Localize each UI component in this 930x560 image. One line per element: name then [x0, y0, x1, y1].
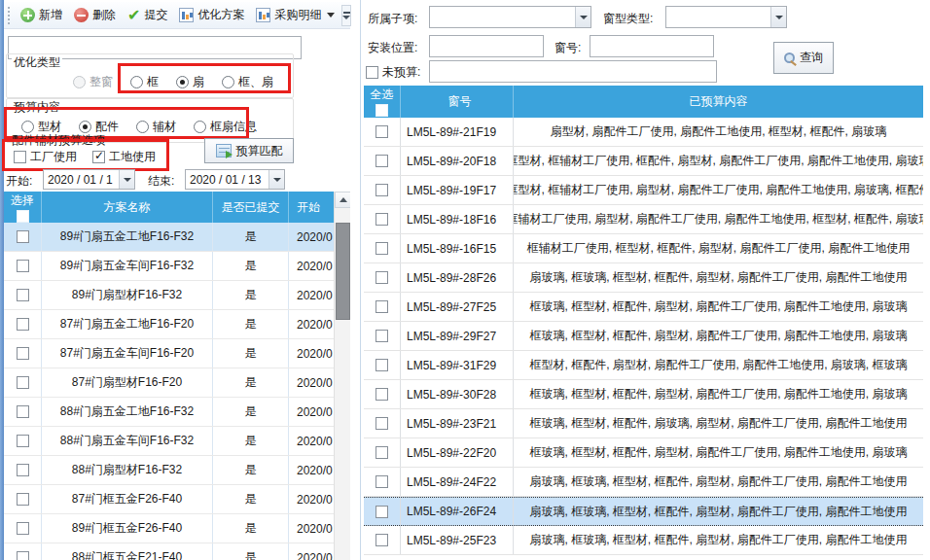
- table-row[interactable]: 87#门框五金F26-F40是2020/0: [4, 485, 334, 514]
- table-row[interactable]: LM5L-89#-24F22扇玻璃, 框玻璃, 框型材, 框配件, 扇型材, 扇…: [364, 468, 923, 497]
- radio-frame-sash[interactable]: 框、扇: [222, 74, 273, 90]
- row-checkbox[interactable]: [376, 534, 388, 546]
- plan-table-scrollbar[interactable]: [334, 192, 350, 560]
- table-row[interactable]: LM5L-89#-26F24扇玻璃, 框玻璃, 框型材, 框配件, 扇型材, 扇…: [364, 497, 923, 526]
- purchase-detail-button[interactable]: 采购明细: [251, 5, 340, 25]
- table-row[interactable]: LM5L-89#-19F17框型材, 框辅材工厂使用, 扇型材, 扇配件工厂使用…: [364, 176, 923, 205]
- radio-whole-window[interactable]: 整窗: [73, 74, 113, 90]
- budget-match-button[interactable]: 预算匹配: [204, 138, 294, 163]
- table-row[interactable]: LM5L-89#-22F20框玻璃, 框型材, 框配件, 扇型材, 扇配件工厂使…: [364, 438, 923, 468]
- row-checkbox[interactable]: [376, 330, 388, 342]
- row-checkbox[interactable]: [17, 464, 29, 476]
- row-checkbox[interactable]: [376, 506, 388, 518]
- plan-start-cell: 2020/0: [288, 456, 334, 484]
- plan-start-cell: 2020/0: [288, 398, 334, 426]
- row-checkbox[interactable]: [17, 376, 29, 389]
- row-checkbox[interactable]: [376, 300, 388, 313]
- row-checkbox[interactable]: [17, 405, 29, 418]
- table-row[interactable]: 89#门扇五金车间F16-F32是2020/0: [4, 252, 334, 281]
- chevron-down-icon[interactable]: [770, 7, 786, 27]
- no-budget-checkbox[interactable]: 未预算:: [366, 64, 420, 81]
- table-row[interactable]: LM5L-89#-27F25框玻璃, 框型材, 框配件, 扇型材, 扇配件工厂使…: [364, 293, 923, 322]
- row-checkbox[interactable]: [376, 125, 388, 138]
- row-checkbox[interactable]: [17, 551, 29, 560]
- row-checkbox[interactable]: [376, 388, 388, 401]
- window-type-select[interactable]: [665, 6, 787, 28]
- checkbox-factory-use[interactable]: 工厂使用: [14, 149, 77, 165]
- row-checkbox[interactable]: [17, 260, 29, 272]
- table-row[interactable]: LM5L-89#-29F27框玻璃, 框型材, 框配件, 扇型材, 扇配件工厂使…: [364, 322, 923, 351]
- start-date-picker[interactable]: 2020 / 01 / 1: [43, 169, 135, 190]
- select-all-checkbox[interactable]: [17, 210, 29, 223]
- toolbar-overflow-button[interactable]: [341, 5, 351, 26]
- table-row[interactable]: LM5L-89#-20F18框型材, 框辅材工厂使用, 框配件, 扇型材, 扇配…: [364, 147, 923, 176]
- radio-sash[interactable]: 扇: [176, 74, 204, 90]
- row-checkbox[interactable]: [376, 155, 388, 167]
- query-button[interactable]: 查询: [773, 42, 834, 74]
- row-checkbox[interactable]: [376, 271, 388, 284]
- plan-header-submitted[interactable]: 是否已提交: [212, 192, 288, 223]
- row-checkbox[interactable]: [376, 417, 388, 430]
- radio-frame-sash-info[interactable]: 框扇信息: [194, 119, 257, 135]
- no-budget-input[interactable]: [429, 60, 717, 83]
- chevron-down-icon[interactable]: [268, 170, 284, 189]
- plan-header-name[interactable]: 方案名称: [41, 192, 212, 223]
- table-row[interactable]: LM5L-89#-18F16框辅材工厂使用, 扇型材, 扇配件工厂使用, 扇配件…: [364, 205, 923, 234]
- plan-header-start[interactable]: 开始: [288, 192, 334, 223]
- budget-header-window-no[interactable]: 窗号: [400, 86, 513, 118]
- budget-row-select-cell: [364, 322, 400, 350]
- table-row[interactable]: LM5L-89#-16F15框辅材工厂使用, 框型材, 框配件, 扇型材, 扇配…: [364, 234, 923, 263]
- table-row[interactable]: 87#门扇五金工地F16-F20是2020/0: [4, 310, 334, 339]
- row-checkbox[interactable]: [17, 347, 29, 360]
- delete-button[interactable]: 删除: [69, 5, 121, 25]
- budget-header-content[interactable]: 已预算内容: [513, 86, 923, 118]
- table-row[interactable]: LM5L-89#-25F23扇玻璃, 框玻璃, 框型材, 框配件, 扇型材, 扇…: [364, 526, 923, 555]
- optimize-plan-label: 优化方案: [197, 7, 244, 23]
- budget-row-select-cell: [364, 351, 400, 379]
- end-date-picker[interactable]: 2020 / 01 / 13: [185, 169, 285, 190]
- row-checkbox[interactable]: [17, 318, 29, 331]
- table-row[interactable]: LM5L-89#-28F26扇玻璃, 框玻璃, 框型材, 框配件, 扇型材, 扇…: [364, 263, 923, 293]
- scroll-up-button[interactable]: [335, 192, 350, 208]
- table-row[interactable]: 88#门扇五金工地F16-F32是2020/0: [4, 398, 334, 427]
- radio-aux-material[interactable]: 辅材: [136, 119, 176, 135]
- table-row[interactable]: 89#门扇型材F16-F32是2020/0: [4, 281, 334, 310]
- table-row[interactable]: 88#门扇五金车间F16-F32是2020/0: [4, 427, 334, 456]
- row-checkbox[interactable]: [376, 242, 388, 255]
- row-checkbox[interactable]: [17, 522, 29, 535]
- chevron-down-icon[interactable]: [119, 170, 134, 189]
- table-row[interactable]: 87#门扇五金车间F16-F20是2020/0: [4, 339, 334, 368]
- table-row[interactable]: 87#门扇型材F16-F20是2020/0: [4, 368, 334, 398]
- row-checkbox[interactable]: [17, 435, 29, 447]
- optimize-plan-button[interactable]: 优化方案: [174, 5, 249, 25]
- select-all-checkbox[interactable]: [376, 104, 388, 117]
- table-row[interactable]: 89#门扇五金工地F16-F32是2020/0: [4, 223, 334, 252]
- window-no-input[interactable]: [590, 35, 714, 57]
- table-row[interactable]: LM5L-89#-23F21框玻璃, 框型材, 框配件, 扇玻璃, 扇型材, 扇…: [364, 409, 923, 438]
- radio-frame[interactable]: 框: [130, 74, 159, 90]
- table-row[interactable]: 88#门框五金F21-F40是2020/0: [4, 543, 334, 560]
- row-checkbox[interactable]: [17, 230, 29, 243]
- table-row[interactable]: LM5L-89#-31F29框型材, 框配件, 扇型材, 扇配件工厂使用, 扇配…: [364, 351, 923, 380]
- row-checkbox[interactable]: [376, 213, 388, 226]
- row-checkbox[interactable]: [376, 184, 388, 196]
- chevron-down-icon[interactable]: [575, 7, 590, 27]
- install-pos-input[interactable]: [429, 35, 544, 57]
- plan-submitted-cell: 是: [212, 398, 288, 426]
- submit-button[interactable]: ✔ 提交: [123, 5, 172, 25]
- table-row[interactable]: 89#门框五金F26-F40是2020/0: [4, 514, 334, 543]
- table-row[interactable]: LM5L-89#-30F28框玻璃, 框型材, 框配件, 扇型材, 扇配件工厂使…: [364, 380, 923, 409]
- row-checkbox[interactable]: [376, 359, 388, 371]
- table-row[interactable]: 88#门扇型材F16-F32是2020/0: [4, 456, 334, 485]
- toolbar-grip[interactable]: [8, 7, 10, 24]
- row-checkbox[interactable]: [376, 475, 388, 488]
- row-checkbox[interactable]: [17, 493, 29, 506]
- add-button[interactable]: 新增: [16, 5, 67, 25]
- checkbox-site-use[interactable]: 工地使用: [92, 149, 156, 165]
- row-checkbox[interactable]: [17, 289, 29, 301]
- row-checkbox[interactable]: [376, 446, 388, 459]
- table-row[interactable]: LM5L-89#-21F19扇型材, 扇配件工厂使用, 扇配件工地使用, 框型材…: [364, 118, 923, 147]
- plan-submitted-cell: 是: [212, 281, 288, 309]
- sub-item-select[interactable]: [429, 6, 591, 28]
- scrollbar-thumb[interactable]: [336, 223, 350, 320]
